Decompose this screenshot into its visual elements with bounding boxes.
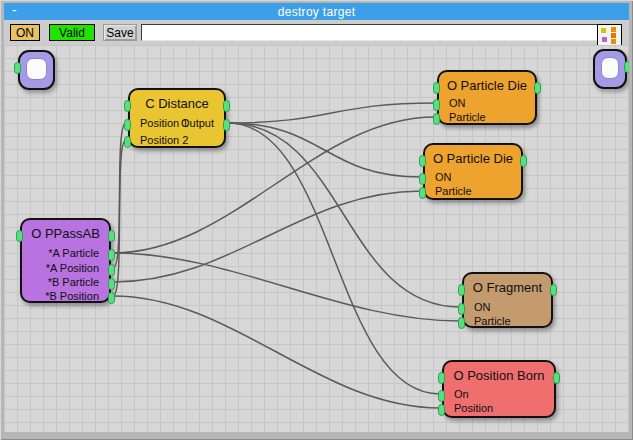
graph-icon-square bbox=[602, 37, 607, 42]
node-fragment[interactable]: O FragmentONParticle bbox=[462, 272, 553, 328]
output-nub-a-position[interactable] bbox=[108, 264, 115, 276]
toolbar: ON Valid Save bbox=[4, 20, 629, 46]
node-editor-window: - destroy target ON Valid Save C Distanc… bbox=[0, 0, 633, 440]
input-nub-particle[interactable] bbox=[419, 187, 426, 199]
input-label-particle: Particle bbox=[449, 111, 486, 123]
node-title: O Position Born bbox=[448, 368, 550, 383]
input-nub-on[interactable] bbox=[433, 99, 440, 111]
input-nub-particle[interactable] bbox=[458, 317, 465, 329]
graph-icon-square bbox=[611, 27, 616, 32]
input-nub-on[interactable] bbox=[458, 303, 465, 315]
output-nub-a-particle[interactable] bbox=[108, 249, 115, 261]
node-graph-icon[interactable] bbox=[597, 24, 622, 47]
output-nub-b-particle[interactable] bbox=[108, 278, 115, 290]
input-nub-on[interactable] bbox=[438, 390, 445, 402]
input-nub-position1[interactable] bbox=[124, 119, 131, 131]
node-title: O Particle Die bbox=[429, 151, 517, 166]
title-nub-right[interactable] bbox=[520, 155, 527, 167]
graph-icon-square bbox=[601, 28, 606, 33]
input-label-position2: Position 2 bbox=[140, 134, 188, 146]
wire[interactable] bbox=[113, 296, 440, 408]
node-particle-die-1[interactable]: O Particle DieONParticle bbox=[437, 70, 537, 125]
graph-icon-square bbox=[611, 39, 616, 44]
node-canvas[interactable]: C DistancePosition 1Position 2OutputO PP… bbox=[4, 45, 629, 432]
input-label-particle: Particle bbox=[474, 315, 511, 327]
output-nub-output[interactable] bbox=[223, 119, 230, 131]
node-title: O Particle Die bbox=[443, 78, 531, 93]
node-title: O Fragment bbox=[468, 280, 547, 295]
node-title: O PPassAB bbox=[26, 226, 105, 241]
io-left-nub[interactable] bbox=[14, 62, 21, 74]
title-nub-left[interactable] bbox=[124, 100, 131, 112]
minimize-icon[interactable]: - bbox=[12, 3, 17, 20]
output-label-b-position: *B Position bbox=[45, 290, 99, 302]
input-label-on: On bbox=[454, 388, 469, 400]
node-c-distance[interactable]: C DistancePosition 1Position 2Output bbox=[128, 88, 226, 148]
input-nub-position2[interactable] bbox=[124, 136, 131, 148]
title-nub-right[interactable] bbox=[550, 284, 557, 296]
window-title: destroy target bbox=[4, 5, 629, 19]
io-right-button[interactable] bbox=[593, 49, 627, 89]
input-nub-on[interactable] bbox=[419, 173, 426, 185]
node-position-born[interactable]: O Position BornOnPosition bbox=[442, 360, 556, 418]
output-label-b-particle: *B Particle bbox=[48, 276, 99, 288]
title-nub-right[interactable] bbox=[534, 82, 541, 94]
wire[interactable] bbox=[113, 191, 421, 282]
input-label-on: ON bbox=[449, 97, 466, 109]
titlebar[interactable]: - destroy target bbox=[4, 3, 629, 20]
output-label-a-position: *A Position bbox=[46, 262, 99, 274]
io-right-nub[interactable] bbox=[624, 61, 629, 73]
save-button[interactable]: Save bbox=[103, 24, 137, 41]
wire[interactable] bbox=[113, 253, 460, 321]
title-nub-right[interactable] bbox=[223, 100, 230, 112]
title-nub-right[interactable] bbox=[553, 372, 560, 384]
io-left-button[interactable] bbox=[18, 50, 55, 90]
node-particle-die-2[interactable]: O Particle DieONParticle bbox=[423, 143, 523, 200]
on-button[interactable]: ON bbox=[10, 24, 40, 41]
input-nub-position[interactable] bbox=[438, 404, 445, 416]
title-nub-left[interactable] bbox=[433, 82, 440, 94]
save-name-input[interactable] bbox=[141, 24, 607, 41]
title-nub-left[interactable] bbox=[438, 372, 445, 384]
wire[interactable] bbox=[228, 123, 440, 394]
input-label-position: Position bbox=[454, 402, 493, 414]
node-ppassab[interactable]: O PPassAB*A Particle*A Position*B Partic… bbox=[20, 218, 111, 303]
output-label-a-particle: *A Particle bbox=[48, 247, 99, 259]
title-nub-left[interactable] bbox=[419, 155, 426, 167]
node-title: C Distance bbox=[134, 96, 220, 111]
output-label-output: Output bbox=[181, 117, 214, 129]
title-nub-right[interactable] bbox=[108, 230, 115, 242]
title-nub-left[interactable] bbox=[458, 284, 465, 296]
graph-icon-square bbox=[611, 33, 616, 38]
valid-button[interactable]: Valid bbox=[49, 24, 95, 41]
io-button-inner bbox=[601, 57, 619, 79]
input-label-on: ON bbox=[474, 301, 491, 313]
title-nub-left[interactable] bbox=[16, 230, 23, 242]
output-nub-b-position[interactable] bbox=[108, 292, 115, 304]
input-nub-particle[interactable] bbox=[433, 113, 440, 125]
input-label-particle: Particle bbox=[435, 185, 472, 197]
io-button-inner bbox=[26, 58, 47, 80]
input-label-on: ON bbox=[435, 171, 452, 183]
